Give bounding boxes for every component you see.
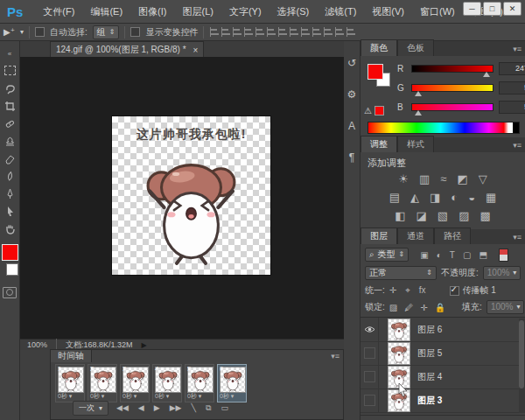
healing-brush-tool[interactable] <box>4 118 17 130</box>
tab-layers[interactable]: 图层 <box>360 228 397 244</box>
frame-delay-dropdown[interactable]: 0秒 ▾ <box>155 392 169 401</box>
tab-color[interactable]: 颜色 <box>360 39 397 56</box>
frame-delay-dropdown[interactable]: 0秒 ▾ <box>220 392 234 401</box>
vibrance-icon[interactable]: ▽ <box>479 172 487 186</box>
layer-thumbnail[interactable] <box>388 389 410 412</box>
color-panel-swatches[interactable] <box>368 64 394 90</box>
play-button[interactable]: ▶ <box>154 403 160 413</box>
tab-adjustments[interactable]: 调整 <box>360 136 397 152</box>
channel-slider[interactable] <box>411 103 494 111</box>
animation-frame[interactable]: 6 0秒 ▾ <box>217 364 247 402</box>
previous-frame-button[interactable]: ◀ <box>138 403 144 413</box>
tab-channels[interactable]: 通道 <box>397 228 434 244</box>
move-tool-preview-icon[interactable]: ▶⁺ <box>4 27 15 37</box>
animation-frame[interactable]: 1 0秒 ▾ <box>55 364 85 402</box>
slider-thumb-icon[interactable] <box>415 91 422 96</box>
delete-frame-button[interactable]: ▭ <box>220 403 228 413</box>
timeline-panel-menu-icon[interactable]: ▾≡ <box>331 352 340 360</box>
layers-scrollbar[interactable] <box>519 320 524 388</box>
animation-frame[interactable]: 5 0秒 ▾ <box>185 364 214 402</box>
selective-color-icon[interactable]: ▨ <box>458 209 469 222</box>
unify-position-icon[interactable]: ✛ <box>389 285 396 296</box>
minimize-button[interactable]: ─ <box>463 2 481 16</box>
layer-row[interactable]: 图层 4 <box>360 365 520 389</box>
next-frame-button[interactable]: ▶▶ <box>170 403 182 413</box>
layer-visibility-toggle[interactable] <box>360 388 379 412</box>
crop-tool[interactable] <box>4 101 17 112</box>
layer-visibility-toggle[interactable] <box>360 341 379 365</box>
color-panel-menu-icon[interactable]: ▾≡ <box>513 45 522 53</box>
photo-filter-icon[interactable]: ◐ <box>451 191 458 204</box>
menu-item[interactable]: 图层(L) <box>174 0 220 23</box>
layers-panel-menu-icon[interactable]: ▾≡ <box>513 233 522 242</box>
adjustments-panel-menu-icon[interactable]: ▾≡ <box>513 141 522 150</box>
frame-delay-dropdown[interactable]: 0秒 ▾ <box>187 392 201 401</box>
zoom-level-field[interactable]: 100% <box>27 340 47 349</box>
distribute-left-edges-icon[interactable] <box>312 27 322 37</box>
menu-item[interactable]: 编辑(E) <box>82 0 130 23</box>
channel-slider[interactable] <box>411 65 494 73</box>
propagate-frame-checkbox[interactable] <box>450 286 459 296</box>
layer-row[interactable]: 图层 5 <box>360 341 520 366</box>
menu-item[interactable]: 视图(V) <box>364 0 412 23</box>
frame-delay-dropdown[interactable]: 0秒 ▾ <box>122 392 136 401</box>
direct-selection-tool[interactable] <box>4 206 17 217</box>
align-bottom-edges-icon[interactable] <box>233 27 242 37</box>
align-right-edges-icon[interactable] <box>267 27 276 37</box>
brightness-contrast-icon[interactable]: ☀ <box>398 172 409 186</box>
opacity-field[interactable]: 100%▾ <box>483 266 522 280</box>
duplicate-frame-button[interactable]: ⧉ <box>206 403 211 413</box>
channel-slider[interactable] <box>411 84 494 92</box>
lock-pixels-icon[interactable]: 🖉 <box>404 303 413 312</box>
auto-select-dropdown[interactable]: 组⇕ <box>93 25 120 39</box>
filter-toggle-switch[interactable] <box>499 248 508 262</box>
hue-saturation-icon[interactable]: ▤ <box>389 191 400 204</box>
color-balance-icon[interactable]: ◭ <box>410 191 419 204</box>
layer-filter-type-dropdown[interactable]: ⌕ 类型⇕ <box>365 248 409 262</box>
distribute-bottom-edges-icon[interactable] <box>301 27 311 37</box>
distribute-horizontal-centers-icon[interactable] <box>324 27 333 37</box>
menu-item[interactable]: 滤镜(T) <box>317 0 364 23</box>
layer-thumbnail[interactable] <box>388 318 410 341</box>
channel-value-field[interactable]: 5 <box>499 101 525 114</box>
gradient-map-icon[interactable]: ▩ <box>480 209 490 222</box>
unify-style-icon[interactable]: fx <box>419 285 426 296</box>
lock-all-icon[interactable]: 🔒 <box>435 303 445 312</box>
gamut-swatch[interactable] <box>374 106 384 116</box>
animation-frame[interactable]: 3 0秒 ▾ <box>120 364 150 402</box>
align-left-edges-icon[interactable] <box>244 27 254 37</box>
document-canvas[interactable]: 这片帅哥我承包啦! <box>112 116 270 275</box>
history-panel-icon[interactable]: ↺ <box>347 57 356 69</box>
clone-stamp-tool[interactable] <box>4 136 17 147</box>
hand-tool[interactable] <box>4 223 17 234</box>
filter-adjustment-layers-icon[interactable]: ◐ <box>437 250 442 260</box>
collapse-toolbar-icon[interactable]: « <box>4 48 17 60</box>
distribute-vertical-centers-icon[interactable] <box>290 27 299 37</box>
timeline-tab[interactable]: 时间轴 <box>51 350 92 362</box>
filter-pixel-layers-icon[interactable]: ▣ <box>420 250 428 260</box>
tab-paths[interactable]: 路径 <box>434 228 471 244</box>
layer-name[interactable]: 图层 3 <box>417 395 442 407</box>
marquee-tool[interactable] <box>4 66 17 77</box>
slider-thumb-icon[interactable] <box>483 72 490 77</box>
black-white-icon[interactable]: ◨ <box>430 191 440 204</box>
filter-smart-objects-icon[interactable]: ⬒ <box>479 250 486 260</box>
layer-row[interactable]: 图层 6 <box>360 318 520 342</box>
align-top-edges-icon[interactable] <box>210 27 220 37</box>
pen-tool[interactable] <box>4 188 17 200</box>
color-spectrum-ramp[interactable] <box>368 122 520 134</box>
unify-visibility-icon[interactable]: ⌖ <box>405 285 410 296</box>
channel-mixer-icon[interactable]: ◒ <box>468 191 475 204</box>
channel-value-field[interactable]: 247 <box>499 62 525 75</box>
layer-visibility-toggle[interactable] <box>360 365 379 388</box>
tween-button[interactable]: ╲ <box>192 403 196 413</box>
layer-row[interactable]: 图层 3 <box>360 388 520 413</box>
menu-item[interactable]: 选择(S) <box>270 0 318 23</box>
layer-visibility-toggle[interactable] <box>360 318 379 341</box>
blend-mode-dropdown[interactable]: 正常⇕ <box>365 266 437 280</box>
menu-item[interactable]: 文件(F) <box>35 0 82 23</box>
eraser-tool[interactable] <box>4 153 17 164</box>
distribute-top-edges-icon[interactable] <box>278 27 288 37</box>
lock-transparency-icon[interactable]: ▨ <box>389 303 397 312</box>
align-vertical-centers-icon[interactable] <box>221 27 231 37</box>
